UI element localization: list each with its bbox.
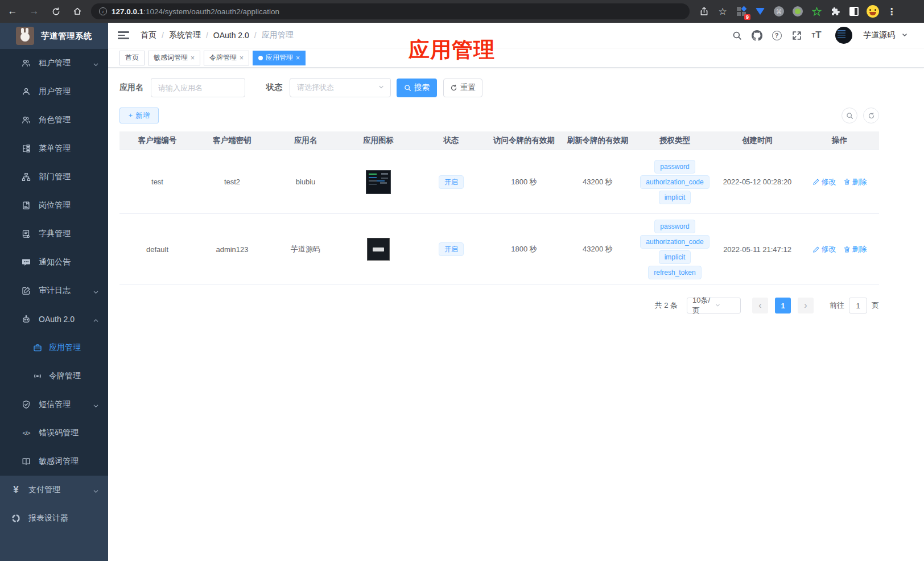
cell-created: 2022-05-11 21:47:12 [715,245,800,254]
page-1-button[interactable]: 1 [775,298,791,314]
toggle-search-icon[interactable] [842,108,857,123]
collapse-sidebar-icon[interactable] [118,31,129,39]
next-page-button[interactable]: › [798,298,814,314]
github-icon[interactable] [750,28,764,42]
sidebar-item-user[interactable]: 用户管理 [0,77,108,106]
sidebar-item-report-designer[interactable]: 报表设计器 [0,504,108,533]
sidebar-item-oauth2-application[interactable]: 应用管理 [0,333,108,362]
profile-avatar-icon[interactable] [865,4,880,19]
cell-app-icon [342,170,415,194]
page-size-select[interactable]: 10条/页 [687,298,741,314]
sidebar-item-oauth2-token[interactable]: 令牌管理 [0,362,108,390]
font-size-icon[interactable]: TT [810,28,823,42]
add-button[interactable]: +新增 [119,108,159,123]
close-icon[interactable]: × [191,54,195,62]
cell-access-ttl: 1800 秒 [488,244,560,254]
browser-forward-button[interactable]: → [26,3,42,19]
sidebar-item-label: OAuth 2.0 [39,315,75,324]
search-button[interactable]: 搜索 [397,79,437,97]
status-badge: 开启 [439,175,464,189]
address-bar[interactable]: i 127.0.0.1:1024/system/oauth2/oauth2/ap… [91,3,690,19]
recorder-extension-icon[interactable] [790,4,805,19]
user-name[interactable]: 芋道源码 [863,30,895,40]
fullscreen-icon[interactable] [790,28,803,42]
col-actions: 操作 [800,135,879,146]
close-icon[interactable]: × [296,54,300,62]
browser-menu-icon[interactable]: ⋮ [884,4,899,19]
browser-home-button[interactable] [69,3,85,19]
signal-icon [33,372,42,381]
sidebar-item-dept[interactable]: 部门管理 [0,163,108,191]
sidebar-item-notice[interactable]: 通知公告 [0,248,108,277]
sidebar-item-pay[interactable]: ¥ 支付管理 [0,476,108,504]
sidebar-item-menu[interactable]: 菜单管理 [0,134,108,163]
sidebar-item-dict[interactable]: 字典管理 [0,220,108,248]
badge-icon [22,201,31,210]
bookmark-star-icon[interactable]: ☆ [715,4,730,19]
site-info-icon[interactable]: i [99,7,107,15]
app-name-input[interactable] [151,78,245,97]
refresh-icon[interactable] [863,108,879,123]
delete-button[interactable]: 删除 [843,244,867,254]
sidebar-item-role[interactable]: 角色管理 [0,106,108,134]
gem-extension-icon[interactable] [753,4,768,19]
goto-label: 前往 [830,300,844,311]
app-icon-thumbnail [367,238,390,261]
cell-actions: 修改 删除 [800,244,879,254]
close-icon[interactable]: × [240,54,244,62]
sidebar-item-post[interactable]: 岗位管理 [0,191,108,220]
user-avatar[interactable] [835,27,852,44]
green-star-extension-icon[interactable] [809,4,824,19]
tab-token[interactable]: 令牌管理× [204,51,249,65]
cell-app-name: biubiu [269,178,342,186]
users-icon [22,59,31,68]
caret-down-icon[interactable] [901,30,908,40]
sidebar-item-label: 用户管理 [39,86,71,97]
browser-reload-button[interactable] [48,3,64,19]
breadcrumb: 首页/ 系统管理/ OAuth 2.0/ 应用管理 [141,30,294,40]
tab-home[interactable]: 首页 [119,51,145,65]
sidebar-item-sensitive-word[interactable]: 敏感词管理 [0,447,108,476]
delete-button[interactable]: 删除 [843,177,867,187]
sidebar-item-errcode[interactable]: </> 错误码管理 [0,419,108,447]
browser-toolbar: ← → i 127.0.0.1:1024/system/oauth2/oauth… [0,0,924,23]
extension-with-badge-icon[interactable]: 9 [734,4,749,19]
edit-button[interactable]: 修改 [812,244,836,254]
edit-button[interactable]: 修改 [812,177,836,187]
cell-client-id: default [119,245,195,254]
tab-application[interactable]: 应用管理× [253,51,306,65]
cell-access-ttl: 1800 秒 [488,177,560,187]
grant-tag: refresh_token [648,266,701,279]
tab-sensitive-word[interactable]: 敏感词管理× [148,51,200,65]
sidebar-item-sms[interactable]: 短信管理 [0,390,108,419]
prev-page-button[interactable]: ‹ [752,298,768,314]
command-extension-icon[interactable]: ⌘ [772,4,786,19]
status-select[interactable]: 请选择状态 [290,78,391,97]
message-icon [22,258,31,267]
users-icon [22,116,31,125]
col-grant-types: 授权类型 [635,135,715,146]
share-icon[interactable] [696,4,711,19]
search-icon[interactable] [730,28,744,42]
page-content: 应用名 状态 请选择状态 搜索 重置 +新增 [108,68,924,561]
sidebar-item-audit-log[interactable]: 审计日志 [0,277,108,305]
breadcrumb-oauth[interactable]: OAuth 2.0 [213,31,249,40]
app-icon-thumbnail [366,170,391,194]
app-logo[interactable]: 芋道管理系统 [0,23,108,49]
browser-back-button[interactable]: ← [5,3,20,19]
reset-button[interactable]: 重置 [443,79,482,97]
split-view-icon[interactable] [847,4,861,19]
grant-tag: implicit [659,250,691,264]
breadcrumb-system[interactable]: 系统管理 [169,30,201,40]
extensions-puzzle-icon[interactable] [828,4,843,19]
briefcase-icon [33,343,42,352]
help-icon[interactable]: ? [770,28,783,42]
sidebar-item-tenant[interactable]: 租户管理 [0,49,108,77]
sidebar-item-label: 字典管理 [39,229,71,239]
sidebar-item-oauth2[interactable]: OAuth 2.0 [0,305,108,333]
shield-check-icon [22,400,31,409]
goto-page-input[interactable] [849,298,867,314]
breadcrumb-home[interactable]: 首页 [141,30,156,40]
open-book-icon [22,457,31,466]
page-unit-label: 页 [872,300,879,311]
